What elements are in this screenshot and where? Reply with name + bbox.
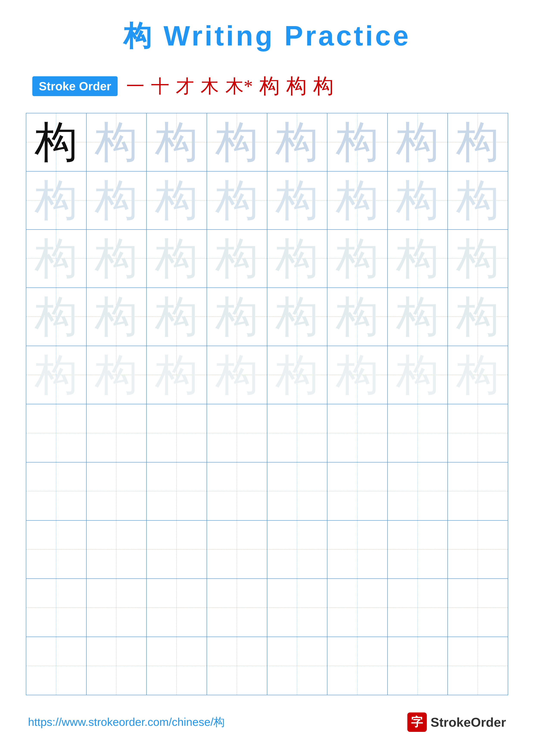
cell-7-5[interactable] <box>267 462 327 521</box>
cell-3-3: 构 <box>146 230 207 288</box>
cell-5-3: 构 <box>146 346 207 404</box>
cell-7-4[interactable] <box>207 462 267 521</box>
cell-3-6: 构 <box>327 230 388 288</box>
cell-9-4[interactable] <box>207 579 267 637</box>
practice-row-6 <box>26 404 508 462</box>
cell-1-4: 构 <box>207 113 267 171</box>
practice-row-8 <box>26 521 508 579</box>
cell-10-2[interactable] <box>87 637 147 695</box>
cell-9-3[interactable] <box>146 579 207 637</box>
practice-row-9 <box>26 579 508 637</box>
cell-8-5[interactable] <box>267 521 327 579</box>
cell-2-4: 构 <box>207 171 267 230</box>
cell-9-2[interactable] <box>87 579 147 637</box>
cell-7-2[interactable] <box>87 462 147 521</box>
cell-5-7: 构 <box>388 346 448 404</box>
stroke-sequence: 一 十 才 木 木* 构 构 构 <box>126 72 334 100</box>
cell-10-7[interactable] <box>388 637 448 695</box>
practice-row-3: 构 构 构 构 构 构 构 构 <box>26 230 508 288</box>
cell-5-6: 构 <box>327 346 388 404</box>
cell-7-1[interactable] <box>26 462 87 521</box>
practice-row-7 <box>26 462 508 521</box>
cell-1-3: 构 <box>146 113 207 171</box>
stroke-3: 才 <box>176 74 194 99</box>
cell-8-8[interactable] <box>447 521 508 579</box>
footer-logo-text: StrokeOrder <box>431 715 506 730</box>
stroke-order-row: Stroke Order 一 十 才 木 木* 构 构 构 <box>26 72 508 100</box>
practice-row-1: 构 构 构 构 构 构 构 构 <box>26 113 508 171</box>
stroke-1: 一 <box>126 74 144 99</box>
cell-1-2: 构 <box>87 113 147 171</box>
cell-4-5: 构 <box>267 288 327 346</box>
cell-10-3[interactable] <box>146 637 207 695</box>
cell-7-3[interactable] <box>146 462 207 521</box>
cell-2-6: 构 <box>327 171 388 230</box>
cell-5-8: 构 <box>447 346 508 404</box>
footer-url: https://www.strokeorder.com/chinese/构 <box>28 715 225 730</box>
cell-9-7[interactable] <box>388 579 448 637</box>
cell-8-7[interactable] <box>388 521 448 579</box>
cell-1-6: 构 <box>327 113 388 171</box>
cell-8-6[interactable] <box>327 521 388 579</box>
cell-10-4[interactable] <box>207 637 267 695</box>
cell-9-8[interactable] <box>447 579 508 637</box>
cell-4-8: 构 <box>447 288 508 346</box>
cell-2-8: 构 <box>447 171 508 230</box>
cell-1-8: 构 <box>447 113 508 171</box>
cell-9-6[interactable] <box>327 579 388 637</box>
cell-3-8: 构 <box>447 230 508 288</box>
cell-3-5: 构 <box>267 230 327 288</box>
cell-2-1: 构 <box>26 171 87 230</box>
cell-8-2[interactable] <box>87 521 147 579</box>
cell-4-3: 构 <box>146 288 207 346</box>
cell-6-1[interactable] <box>26 404 87 462</box>
logo-icon: 字 <box>407 713 427 732</box>
cell-6-2[interactable] <box>87 404 147 462</box>
stroke-2: 十 <box>151 74 169 99</box>
cell-7-6[interactable] <box>327 462 388 521</box>
footer-logo: 字 StrokeOrder <box>407 713 506 732</box>
cell-3-4: 构 <box>207 230 267 288</box>
cell-7-7[interactable] <box>388 462 448 521</box>
cell-10-5[interactable] <box>267 637 327 695</box>
cell-4-7: 构 <box>388 288 448 346</box>
cell-10-6[interactable] <box>327 637 388 695</box>
cell-9-1[interactable] <box>26 579 87 637</box>
cell-10-8[interactable] <box>447 637 508 695</box>
stroke-4: 木 <box>201 74 219 99</box>
stroke-8: 构 <box>313 72 334 100</box>
cell-8-3[interactable] <box>146 521 207 579</box>
practice-row-10 <box>26 637 508 695</box>
stroke-order-badge: Stroke Order <box>32 76 117 96</box>
practice-row-2: 构 构 构 构 构 构 构 构 <box>26 171 508 230</box>
cell-7-8[interactable] <box>447 462 508 521</box>
cell-4-4: 构 <box>207 288 267 346</box>
cell-5-5: 构 <box>267 346 327 404</box>
cell-6-5[interactable] <box>267 404 327 462</box>
cell-1-5: 构 <box>267 113 327 171</box>
cell-5-4: 构 <box>207 346 267 404</box>
cell-8-1[interactable] <box>26 521 87 579</box>
cell-5-2: 构 <box>87 346 147 404</box>
cell-3-1: 构 <box>26 230 87 288</box>
stroke-5: 木* <box>225 74 253 99</box>
cell-2-2: 构 <box>87 171 147 230</box>
cell-5-1: 构 <box>26 346 87 404</box>
page-title: 构 Writing Practice <box>26 17 508 55</box>
cell-1-1: 构 <box>26 113 87 171</box>
cell-10-1[interactable] <box>26 637 87 695</box>
cell-6-8[interactable] <box>447 404 508 462</box>
practice-row-4: 构 构 构 构 构 构 构 构 <box>26 288 508 346</box>
cell-6-6[interactable] <box>327 404 388 462</box>
cell-6-4[interactable] <box>207 404 267 462</box>
cell-9-5[interactable] <box>267 579 327 637</box>
cell-6-3[interactable] <box>146 404 207 462</box>
cell-6-7[interactable] <box>388 404 448 462</box>
footer: https://www.strokeorder.com/chinese/构 字 … <box>26 713 508 732</box>
cell-4-1: 构 <box>26 288 87 346</box>
stroke-7: 构 <box>286 72 307 100</box>
cell-3-2: 构 <box>87 230 147 288</box>
stroke-6: 构 <box>259 72 280 100</box>
cell-8-4[interactable] <box>207 521 267 579</box>
cell-2-5: 构 <box>267 171 327 230</box>
